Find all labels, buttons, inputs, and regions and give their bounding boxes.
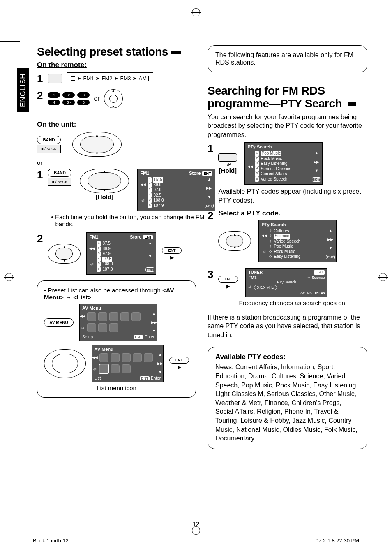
box-note-text: Preset List can also be accessed through… [48,287,166,294]
band-label: FM3 [120,75,131,81]
rds-info-box: The following features are available onl… [208,45,367,72]
keypad-1: 1 [48,92,60,98]
pty-code: Cultures [274,229,289,234]
pty-code: Serious Classics [261,167,291,172]
menu-icon [111,353,120,362]
tuner-label: TUNER [248,270,262,275]
result-text: If there is a station broadcasting a pro… [208,313,367,340]
pty-code: Varied Speech [274,239,300,244]
pty-code: Easy Listening [274,254,300,259]
step1-note: • Each time you hold the button, you can… [55,213,213,227]
corner-mark-icon [21,30,21,45]
step-number: 2 [37,89,43,102]
av-menu-button: AV MENU [44,318,74,327]
menu-icon [87,323,96,332]
freq-item: 97.9 [153,188,161,193]
tp-button: – [218,153,237,162]
screen-title: FM1 [89,234,98,239]
dx-tag: DX [307,291,312,294]
keypad-2: 2 [62,92,75,98]
av-menu-title: AV Menu [92,345,163,352]
crop-mark-right-icon [379,273,387,283]
freq-item: 108.0 [153,198,164,203]
pty-search-label: PTy Search [248,280,325,284]
keypad-5: 5 · [62,100,75,105]
band-label: AM [138,75,147,81]
av-menu-screen: AV Menu ◀◀⏎ ▲▶▶▼ SetupENT Enter [79,304,157,341]
menu-icon [99,353,108,362]
ent-small: ENT [312,177,321,182]
freq-item: 87.5 [153,177,163,183]
freq-item: 108.0 [102,262,113,267]
pty-search-screen: PTy Search ◀◀⏎ ✧Cultures ✧Science ✧Varie… [258,220,337,262]
on-unit-heading: On the unit: [37,120,196,129]
crop-mark-top-icon [192,8,200,18]
keypad-3: 3 [77,92,90,98]
freq-item: 92.5 [153,193,161,198]
step3-caption: Frequency changes as search goes on. [218,299,367,306]
preset-list-info-box: • Preset List can also be accessed throu… [37,280,196,398]
back-icon: ⏎ [141,199,145,203]
band-button: BAND [37,136,61,144]
section-title: Selecting preset stations [37,45,196,58]
or-text: or [37,159,196,166]
step-number: 2 [37,232,43,245]
fm1-label: FM1 [248,276,256,280]
menu-icon [131,312,141,321]
arrow-right-icon: ➤ [77,75,81,81]
band-sequence-box: ➤ FM1 ➤ FM2 ➤ FM3 ➤ AM [67,72,153,84]
af-tag: AF [301,291,305,294]
hold-label: [Hold] [80,193,129,200]
back-button: ■ / BACK [37,145,61,153]
step1-subtext: Available PTY codes appear (including si… [218,187,367,205]
jog-control-icon: ▲▼ [80,169,129,193]
menu-icon-selected [99,364,108,373]
pty-code: Rock Music [261,156,282,162]
menu-icon [98,323,107,332]
corner-mark-h-icon [0,41,20,42]
footer-right: 07.2.1 8:22:30 PM [316,537,359,544]
pty-search-screen: PTy Search ◀◀ 1Pop Music 2Rock Music 3Ea… [244,142,323,185]
freq-item: 97.9 [102,251,110,257]
band-button: BAND [48,169,71,177]
back-button: ■ / BACK [48,178,71,186]
language-tab: ENGLISH [17,68,29,112]
menu-icon [109,323,118,332]
freq-item: 89.9 [153,183,161,188]
time-label: 15: 45 [314,291,325,295]
pty-code: Rock Music [274,249,295,255]
band-label: FM1 [83,75,94,81]
arrow-right-icon: → [65,294,71,301]
menu-icon [133,353,142,362]
ent-button: ENT [162,247,182,254]
tp-label: T/P [218,162,237,167]
screen-title: FM1 [140,171,149,176]
pty-code: Varied Speech [261,177,287,182]
step2-title: Select a PTY code. [218,209,367,218]
screen-store-label: Store [130,234,141,239]
preset-list-screen: FM1 Store ENT ◀◀⏎ 187.5 289.9 397.9 492.… [86,232,156,275]
or-text: or [94,95,99,102]
screen-store-label: Store [189,171,201,176]
ent-button: ENT [218,276,238,283]
menu-icon [144,353,153,362]
freq-item: 107.9 [153,203,164,208]
list-strong: <List> [73,294,91,301]
av-menu-screen: AV Menu ◀◀⏎ ▲▶▶▼ ListENT Enter [92,345,164,382]
remote-band-button-icon [48,74,62,83]
freq-item: 107.9 [102,267,113,272]
step-number: 3 [208,268,213,281]
pty-codes-box: Available PTY codes: News, Current Affai… [208,347,367,449]
play-icon: ▶ [170,255,174,260]
frequency-pill: XX.X MHz [254,285,277,290]
section-title: Searching for FM RDS programme—PTY Searc… [208,85,367,110]
crop-mark-bottom-icon [192,526,200,536]
keypad-6: 6 [77,100,90,105]
crop-mark-left-icon [5,273,13,283]
enter-label: Enter [145,335,154,339]
menu-icon [111,364,120,373]
jog-control-icon: ▲▼ [72,132,122,157]
ent-tag: ENT [143,235,153,239]
pty-code: Pop Music [274,244,293,249]
science-label: Science [311,276,325,280]
